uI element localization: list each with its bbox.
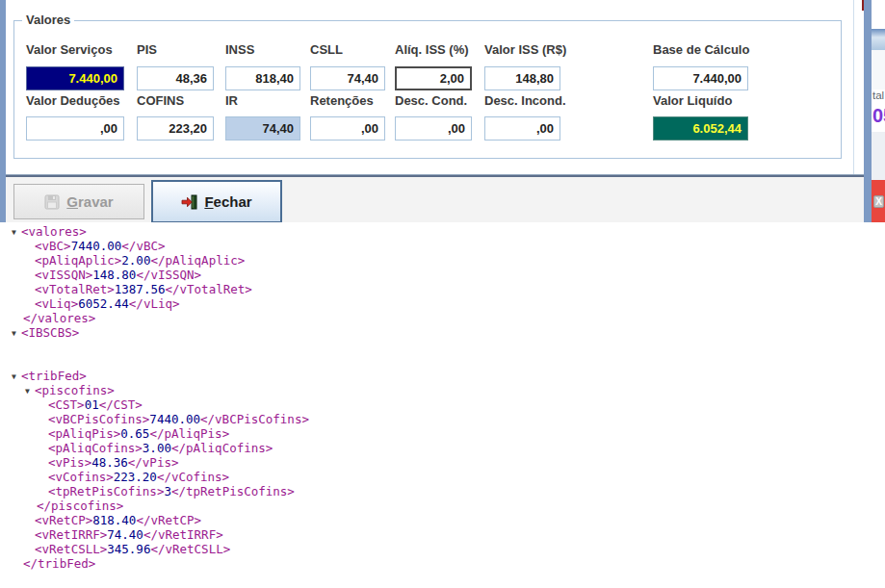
xml-line: </piscofins> [0,499,885,513]
label-ir: IR [225,93,238,110]
label-csll: CSLL [310,42,343,59]
xml-line: <vISSQN>148.80</vISSQN> [0,268,885,282]
xml-line: <pAliqAplic>2.00</pAliqAplic> [0,253,885,268]
gravar-button[interactable]: Gravar [13,184,144,219]
label-desc-cond: Desc. Cond. [395,93,467,110]
label-valor-liquido: Valor Liquído [653,93,732,110]
label-retencoes: Retenções [310,93,374,110]
field-valor-liquido[interactable]: 6.052,44 [653,116,748,141]
background-red-fragment [862,0,864,11]
background-cancel-button[interactable]: X C [872,180,885,222]
field-ir[interactable]: 74,40 [225,116,300,141]
label-pis: PIS [137,42,157,59]
xml-tree: ▼<valores><vBC>7440.00</vBC><pAliqAplic>… [0,224,885,571]
collapse-arrow-icon[interactable]: ▼ [12,370,21,384]
xml-line: <vTotalRet>1387.56</vTotalRet> [0,282,885,296]
save-floppy-icon [44,194,60,210]
background-total-value: 05. [872,105,885,127]
xml-line: <pAliqPis>0.65</pAliqPis> [0,426,885,441]
xml-line: ▼<valores> [0,224,885,239]
collapse-arrow-icon[interactable]: ▼ [12,326,21,341]
valores-dialog: Valores Valor Serviços PIS INSS CSLL Alí… [0,0,872,222]
background-panel-lower [872,132,885,180]
xml-line: <vCofins>223.20</vCofins> [0,470,885,484]
background-titlebar [872,29,885,50]
collapse-arrow-icon[interactable]: ▼ [25,384,35,398]
field-desc-incond[interactable]: ,00 [484,116,560,141]
background-panel [872,50,885,89]
xml-line: <vRetCP>818.40</vRetCP> [0,513,885,527]
field-inss[interactable]: 818,40 [225,66,300,90]
field-retencoes[interactable]: ,00 [310,116,385,141]
xml-line: ▼<piscofins> [0,383,885,397]
xml-viewer: ▼<valores><vBC>7440.00</vBC><pAliqAplic>… [0,222,885,588]
xml-line: ▼<tribFed> [0,369,885,383]
field-pis[interactable]: 48,36 [137,66,214,90]
xml-line: <tpRetPisCofins>3</tpRetPisCofins> [0,484,885,499]
xml-line: </valores> [0,311,885,325]
label-desc-incond: Desc. Incond. [484,93,566,110]
exit-door-icon [181,194,197,210]
xml-line: <vBCPisCofins>7440.00</vBCPisCofins> [0,412,885,426]
xml-line: <vBC>7440.00</vBC> [0,239,885,253]
groupbox-title: Valores [22,13,74,27]
label-valor-servicos: Valor Serviços [26,42,113,59]
background-window-strip: tal L 05. X C [872,0,885,222]
fechar-label: Fechar [204,193,251,210]
field-aliq-iss[interactable]: 2,00 [395,66,472,90]
label-aliq-iss: Alíq. ISS (%) [395,42,469,59]
collapse-arrow-icon[interactable]: ▼ [12,225,21,240]
field-valor-servicos[interactable]: 7.440,00 [26,66,124,90]
field-valor-deducoes[interactable]: ,00 [26,116,124,141]
xml-line: <pAliqCofins>3.00</pAliqCofins> [0,441,885,455]
fechar-button[interactable]: Fechar [151,180,282,223]
field-desc-cond[interactable]: ,00 [395,116,472,141]
background-total-label: tal L [872,89,885,101]
field-valor-iss[interactable]: 148,80 [484,66,560,90]
label-inss: INSS [225,42,254,59]
label-base-calculo: Base de Cálculo [653,42,749,59]
field-csll[interactable]: 74,40 [310,66,385,90]
dialog-content: Valores Valor Serviços PIS INSS CSLL Alí… [6,0,864,174]
xml-line: </tribFed> [0,556,885,571]
label-valor-deducoes: Valor Deduções [26,93,120,110]
xml-line [0,354,885,369]
xml-line: <vLiq>6052.44</vLiq> [0,296,885,311]
label-cofins: COFINS [137,93,184,110]
xml-line [0,340,885,354]
xml-line: ▼<IBSCBS> [0,325,885,340]
xml-line: <vRetCSLL>345.96</vRetCSLL> [0,542,885,556]
field-cofins[interactable]: 223,20 [137,116,214,141]
xml-line: <vRetIRRF>74.40</vRetIRRF> [0,527,885,542]
field-base-calculo[interactable]: 7.440,00 [653,66,748,90]
button-bar: Gravar Fechar [6,177,864,222]
xml-line: <CST>01</CST> [0,397,885,412]
xml-line: <vPis>48.36</vPis> [0,455,885,470]
label-valor-iss: Valor ISS (R$) [484,42,566,59]
gravar-label: Gravar [66,193,113,210]
x-key-icon: X [873,195,884,208]
